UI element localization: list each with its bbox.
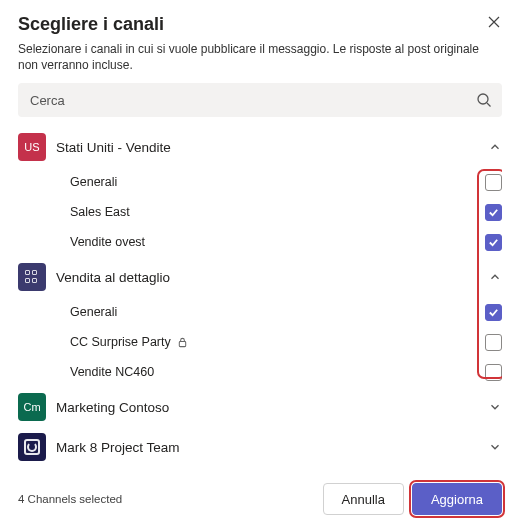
chevron-down-icon[interactable] bbox=[488, 440, 502, 454]
checkbox-retail-generali[interactable] bbox=[485, 304, 502, 321]
close-icon[interactable] bbox=[486, 14, 502, 30]
channel-retail-cc[interactable]: CC Surprise Party bbox=[18, 327, 502, 357]
channel-label: Generali bbox=[70, 175, 485, 189]
cancel-button[interactable]: Annulla bbox=[323, 483, 404, 515]
channel-us-generali[interactable]: Generali bbox=[18, 167, 502, 197]
channel-retail-nc460[interactable]: Vendite NC460 bbox=[18, 357, 502, 387]
lock-icon bbox=[177, 337, 188, 348]
channel-retail-generali[interactable]: Generali bbox=[18, 297, 502, 327]
channel-label: Vendite ovest bbox=[70, 235, 485, 249]
search-input[interactable] bbox=[28, 92, 476, 109]
team-row-us[interactable]: US Stati Uniti - Vendite bbox=[18, 127, 502, 167]
channel-us-sales-east[interactable]: Sales East bbox=[18, 197, 502, 227]
checkbox-retail-cc[interactable] bbox=[485, 334, 502, 351]
channel-list: US Stati Uniti - Vendite Generali Sales … bbox=[18, 127, 502, 473]
search-icon bbox=[476, 92, 492, 108]
channel-label: Vendite NC460 bbox=[70, 365, 485, 379]
team-row-cm[interactable]: Cm Marketing Contoso bbox=[18, 387, 502, 427]
chevron-down-icon[interactable] bbox=[488, 400, 502, 414]
search-bar[interactable] bbox=[18, 83, 502, 117]
checkbox-us-generali[interactable] bbox=[485, 174, 502, 191]
svg-rect-1 bbox=[179, 341, 185, 346]
dialog-header: Scegliere i canali bbox=[18, 14, 502, 35]
chevron-up-icon[interactable] bbox=[488, 140, 502, 154]
team-name-retail: Vendita al dettaglio bbox=[56, 270, 488, 285]
channel-label: Generali bbox=[70, 305, 485, 319]
team-avatar-mk8 bbox=[18, 433, 46, 461]
checkbox-retail-nc460[interactable] bbox=[485, 364, 502, 381]
team-name-us: Stati Uniti - Vendite bbox=[56, 140, 488, 155]
checkbox-us-sales-east[interactable] bbox=[485, 204, 502, 221]
dialog-footer: 4 Channels selected Annulla Aggiorna bbox=[18, 473, 502, 515]
svg-point-0 bbox=[478, 94, 488, 104]
channel-label: Sales East bbox=[70, 205, 485, 219]
team-name-mk8: Mark 8 Project Team bbox=[56, 440, 488, 455]
checkbox-us-vendite-ovest[interactable] bbox=[485, 234, 502, 251]
team-row-retail[interactable]: Vendita al dettaglio bbox=[18, 257, 502, 297]
dialog-subtitle: Selezionare i canali in cui si vuole pub… bbox=[18, 41, 502, 73]
choose-channels-dialog: Scegliere i canali Selezionare i canali … bbox=[0, 0, 520, 525]
team-row-mk8[interactable]: Mark 8 Project Team bbox=[18, 427, 502, 467]
team-avatar-us: US bbox=[18, 133, 46, 161]
update-button[interactable]: Aggiorna bbox=[412, 483, 502, 515]
channel-label: CC Surprise Party bbox=[70, 335, 485, 349]
selection-status: 4 Channels selected bbox=[18, 493, 323, 505]
team-name-cm: Marketing Contoso bbox=[56, 400, 488, 415]
chevron-up-icon[interactable] bbox=[488, 270, 502, 284]
channel-us-vendite-ovest[interactable]: Vendite ovest bbox=[18, 227, 502, 257]
team-avatar-cm: Cm bbox=[18, 393, 46, 421]
dialog-title: Scegliere i canali bbox=[18, 14, 486, 35]
team-avatar-retail bbox=[18, 263, 46, 291]
